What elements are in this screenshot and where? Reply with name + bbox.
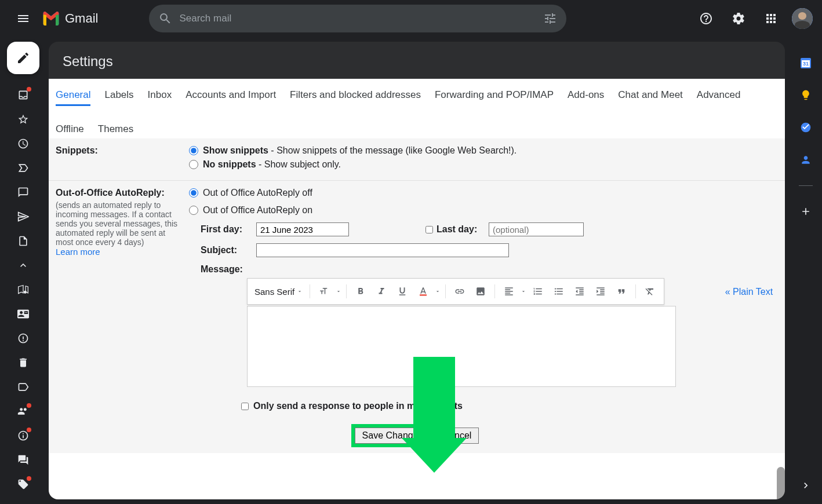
snippets-section: Snippets: Show snippets - Show snippets … xyxy=(49,138,785,181)
settings-button[interactable] xyxy=(727,7,750,30)
tab-forwarding[interactable]: Forwarding and POP/IMAP xyxy=(435,86,554,106)
link-button[interactable] xyxy=(450,282,469,301)
snippets-show-radio[interactable] xyxy=(189,146,198,155)
italic-button[interactable] xyxy=(372,282,391,301)
ooo-learn-more-link[interactable]: Learn more xyxy=(56,247,100,257)
calendar-addon[interactable]: 31 xyxy=(799,56,813,70)
nav-spam-clock[interactable] xyxy=(9,327,37,350)
tab-general[interactable]: General xyxy=(56,86,90,106)
align-button[interactable] xyxy=(500,282,518,301)
editor-toolbar: Sans Serif xyxy=(247,278,664,305)
chevron-down-icon xyxy=(336,288,341,294)
font-select[interactable]: Sans Serif xyxy=(252,284,305,299)
compose-button[interactable] xyxy=(7,42,39,74)
quote-button[interactable] xyxy=(612,282,631,301)
main-content: Settings General Labels Inbox Accounts a… xyxy=(46,37,790,504)
tasks-addon[interactable] xyxy=(799,120,813,134)
image-button[interactable] xyxy=(471,282,490,301)
nav-all-mail[interactable] xyxy=(9,302,37,326)
ooo-desc: (sends an automated reply to incoming me… xyxy=(56,200,180,247)
support-button[interactable] xyxy=(694,7,718,30)
get-addons-button[interactable] xyxy=(799,204,813,218)
cancel-button[interactable]: Cancel xyxy=(435,428,479,444)
nav-starred[interactable] xyxy=(9,108,37,131)
tab-inbox[interactable]: Inbox xyxy=(148,86,172,106)
search-icon xyxy=(158,12,172,25)
snippets-label: Snippets: xyxy=(56,145,98,155)
gmail-logo[interactable]: Gmail xyxy=(42,9,98,28)
settings-panel: Settings General Labels Inbox Accounts a… xyxy=(49,42,785,499)
nav-updates[interactable] xyxy=(9,424,37,447)
tab-advanced[interactable]: Advanced xyxy=(697,86,741,106)
tab-addons[interactable]: Add-ons xyxy=(568,86,604,106)
tab-labels[interactable]: Labels xyxy=(104,86,133,106)
tab-accounts[interactable]: Accounts and Import xyxy=(186,86,276,106)
nav-scheduled[interactable] xyxy=(9,278,37,301)
bold-button[interactable] xyxy=(351,282,370,301)
scrollbar-thumb[interactable] xyxy=(777,467,785,499)
message-label: Message: xyxy=(201,264,249,275)
nav-categories[interactable] xyxy=(9,375,37,399)
ooo-on-radio[interactable] xyxy=(189,206,198,215)
chevron-down-icon xyxy=(521,288,526,294)
text-color-button[interactable] xyxy=(414,282,432,301)
header-actions xyxy=(694,7,813,30)
numbered-list-button[interactable] xyxy=(529,282,547,301)
contacts-only-checkbox[interactable] xyxy=(241,403,249,410)
subject-input[interactable] xyxy=(256,243,509,257)
nav-inbox[interactable] xyxy=(9,83,37,107)
chevron-down-icon xyxy=(297,288,303,294)
svg-point-0 xyxy=(24,291,27,294)
search-bar[interactable] xyxy=(149,5,566,32)
apps-button[interactable] xyxy=(759,7,783,30)
last-day-checkbox[interactable] xyxy=(425,226,433,233)
underline-button[interactable] xyxy=(393,282,412,301)
nav-forums[interactable] xyxy=(9,448,37,472)
keep-addon[interactable] xyxy=(799,88,813,102)
nav-promotions[interactable] xyxy=(9,473,37,496)
ooo-label: Out-of-Office AutoReply: xyxy=(56,188,165,198)
last-day-label: Last day: xyxy=(437,224,485,235)
indent-less-button[interactable] xyxy=(570,282,589,301)
tab-themes[interactable]: Themes xyxy=(98,120,133,138)
bullet-list-button[interactable] xyxy=(550,282,568,301)
nav-important[interactable] xyxy=(9,156,37,180)
nav-chats[interactable] xyxy=(9,181,37,204)
search-input[interactable] xyxy=(179,13,543,24)
nav-snoozed[interactable] xyxy=(9,132,37,155)
main-menu-button[interactable] xyxy=(9,5,37,32)
button-row: Save Changes Cancel xyxy=(49,418,785,453)
tab-offline[interactable]: Offline xyxy=(56,120,84,138)
gmail-icon xyxy=(42,9,60,28)
font-size-button[interactable] xyxy=(315,282,333,301)
indent-more-button[interactable] xyxy=(591,282,610,301)
save-changes-button[interactable]: Save Changes xyxy=(355,428,431,444)
page-title: Settings xyxy=(63,53,771,70)
tab-chat[interactable]: Chat and Meet xyxy=(618,86,683,106)
nav-social[interactable] xyxy=(9,400,37,423)
account-avatar[interactable] xyxy=(792,8,813,29)
remove-format-button[interactable] xyxy=(641,282,659,301)
app-name: Gmail xyxy=(65,11,98,26)
nav-less[interactable] xyxy=(9,254,37,277)
ooo-off-label: Out of Office AutoReply off xyxy=(203,188,312,198)
side-panel-toggle[interactable] xyxy=(799,479,813,492)
contacts-addon[interactable] xyxy=(799,153,813,167)
tab-filters[interactable]: Filters and blocked addresses xyxy=(290,86,421,106)
snippets-no-radio[interactable] xyxy=(189,160,198,169)
last-day-input[interactable] xyxy=(489,222,584,236)
plain-text-link[interactable]: « Plain Text xyxy=(725,287,773,297)
settings-body: General Labels Inbox Accounts and Import… xyxy=(49,79,785,499)
first-day-label: First day: xyxy=(201,224,249,235)
settings-tabs: General Labels Inbox Accounts and Import… xyxy=(49,79,785,138)
right-side-panel: 31 xyxy=(790,37,822,504)
nav-drafts[interactable] xyxy=(9,229,37,253)
nav-sent[interactable] xyxy=(9,205,37,228)
search-options-icon[interactable] xyxy=(543,12,557,25)
nav-trash[interactable] xyxy=(9,351,37,374)
ooo-off-radio[interactable] xyxy=(189,188,198,198)
subject-label: Subject: xyxy=(201,245,249,255)
message-editor[interactable] xyxy=(247,306,676,387)
first-day-input[interactable] xyxy=(256,222,349,236)
left-sidebar xyxy=(0,37,46,504)
